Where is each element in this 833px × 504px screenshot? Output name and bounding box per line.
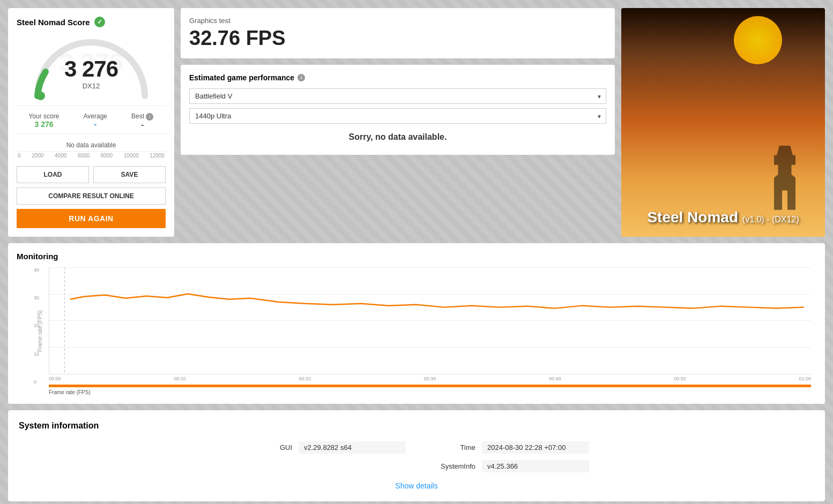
fps-chart-svg: Graphics test <box>49 267 811 374</box>
x-ticks: 00:00 00:10 00:20 00:30 00:40 00:50 01:0… <box>49 376 811 381</box>
resolution-select[interactable]: 1440p Ultra 1080p High 4K Ultra <box>189 108 606 124</box>
load-button[interactable]: LOAD <box>17 166 89 183</box>
sys-key-time: Time <box>427 443 475 452</box>
sys-key-gui: GUI <box>244 443 292 452</box>
sys-val-gui: v2.29.8282 s64 <box>299 441 406 454</box>
fps-value: 32.76 FPS <box>189 27 606 50</box>
gauge-dot <box>36 92 45 100</box>
sys-val-time: 2024-08-30 22:28 +07:00 <box>482 441 589 454</box>
compare-button[interactable]: COMPARE RESULT ONLINE <box>17 187 166 205</box>
gauge-score: 3 276 DX12 <box>64 56 118 90</box>
no-data-text: No data available <box>17 141 166 149</box>
gauge-number: 3 276 <box>64 56 118 82</box>
score-title: Steel Nomad Score ✓ <box>17 17 166 27</box>
monitoring-title: Monitoring <box>17 252 816 261</box>
score-title-text: Steel Nomad Score <box>17 18 90 27</box>
game-perf-panel: Estimated game performance i Battlefield… <box>181 65 615 155</box>
sys-row-sysinfo: SystemInfo v4.25.366 <box>427 460 589 472</box>
sys-val-sysinfo: v4.25.366 <box>482 460 589 472</box>
best-label: Best i <box>131 112 153 121</box>
graphics-test-label: Graphics test <box>189 17 606 25</box>
gauge-api: DX12 <box>64 82 118 90</box>
game-perf-info-icon[interactable]: i <box>298 74 305 81</box>
best-info-icon[interactable]: i <box>146 113 153 121</box>
y-ticks: 40 30 20 10 0 <box>34 267 39 385</box>
sys-group-left: GUI v2.29.8282 s64 <box>244 441 406 472</box>
save-button[interactable]: SAVE <box>93 166 166 183</box>
average-value: - <box>84 120 107 129</box>
chart-area: Graphics test <box>49 267 811 374</box>
system-info-title: System information <box>19 421 814 431</box>
best-col: Best i - <box>131 112 153 129</box>
bar-line <box>17 151 166 152</box>
sys-group-right: Time 2024-08-30 22:28 +07:00 SystemInfo … <box>427 441 589 472</box>
hero-image-title: Steel Nomad (v1.0) - (DX12) <box>621 209 825 226</box>
game-perf-title: Estimated game performance i <box>189 73 606 82</box>
hero-image-panel: Steel Nomad (v1.0) - (DX12) <box>621 8 825 237</box>
system-info-grid: GUI v2.29.8282 s64 Time 2024-08-30 22:28… <box>19 441 814 472</box>
orange-progress-bar <box>49 385 811 387</box>
check-icon: ✓ <box>94 17 105 27</box>
your-score-label: Your score <box>29 112 59 120</box>
resolution-select-wrapper: 1440p Ultra 1080p High 4K Ultra ▼ <box>189 108 606 124</box>
best-value: - <box>131 121 153 129</box>
chart-bar-area: No data available 0 2000 4000 6000 8000 … <box>17 133 166 162</box>
system-panel: System information GUI v2.29.8282 s64 Ti… <box>8 410 825 501</box>
show-details-anchor[interactable]: Show details <box>395 482 437 490</box>
sys-key-sysinfo: SystemInfo <box>427 462 475 470</box>
bar-scale: 0 2000 4000 6000 8000 10000 12000 <box>17 153 166 159</box>
run-again-button[interactable]: RUN AGAIN <box>17 209 166 228</box>
no-data-msg: Sorry, no data available. <box>189 128 606 146</box>
sys-row-time: Time 2024-08-30 22:28 +07:00 <box>427 441 589 454</box>
score-panel: Steel Nomad Score ✓ 3 276 3 276 DX12 You… <box>8 8 174 237</box>
game-select-wrapper: Battlefield V Other Game 1 ▼ <box>189 88 606 104</box>
action-buttons: LOAD SAVE <box>17 166 166 183</box>
your-score-col: Your score 3 276 <box>29 112 59 129</box>
average-col: Average - <box>84 112 107 129</box>
chart-legend: Frame rate (FPS) <box>49 389 811 395</box>
gauge-container: 3 276 3 276 DX12 <box>27 32 155 101</box>
middle-panel: Graphics test 32.76 FPS Estimated game p… <box>181 8 615 237</box>
your-score-value: 3 276 <box>29 120 59 129</box>
monitoring-panel: Monitoring Frame rate (FPS) 40 30 20 10 … <box>8 243 825 404</box>
average-label: Average <box>84 112 107 120</box>
score-stats: Your score 3 276 Average - Best i - <box>17 106 166 129</box>
chart-wrapper: Frame rate (FPS) 40 30 20 10 0 Graphics … <box>49 267 811 395</box>
graphics-test-panel: Graphics test 32.76 FPS <box>181 8 615 58</box>
show-details-link[interactable]: Show details <box>19 481 814 491</box>
sys-row-gui: GUI v2.29.8282 s64 <box>244 441 406 454</box>
hero-image-overlay: Steel Nomad (v1.0) - (DX12) <box>621 209 825 226</box>
game-select[interactable]: Battlefield V Other Game 1 <box>189 88 606 104</box>
